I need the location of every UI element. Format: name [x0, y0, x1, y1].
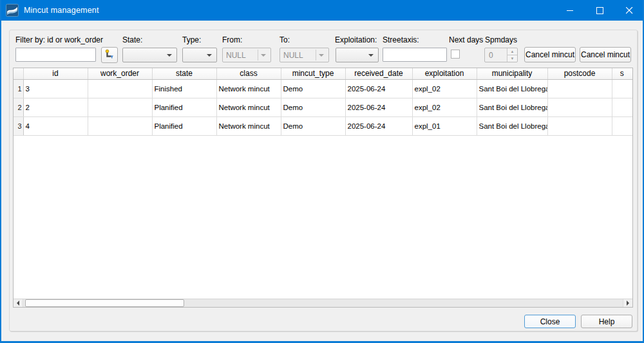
- spmdays-value: 0: [485, 48, 507, 62]
- next-days-checkbox[interactable]: [451, 50, 460, 59]
- row-header[interactable]: 1: [14, 79, 23, 98]
- col-header-id[interactable]: id: [23, 68, 88, 79]
- col-header-clipped[interactable]: s: [612, 68, 632, 79]
- streetaxis-input[interactable]: [383, 48, 447, 62]
- mincut-table-grid: id work_order state class mincut_type re…: [14, 68, 632, 136]
- minimize-button[interactable]: [555, 0, 585, 21]
- chevron-down-icon: [261, 54, 266, 57]
- exploitation-combobox[interactable]: [336, 48, 379, 62]
- select-on-map-button[interactable]: [101, 47, 118, 63]
- row-header[interactable]: 3: [14, 116, 23, 135]
- filter-by-label: Filter by: id or work_order: [15, 35, 103, 45]
- to-date-combobox: NULL: [279, 48, 329, 62]
- exploitation-label: Exploitation:: [335, 35, 377, 45]
- chevron-down-icon: [319, 54, 324, 57]
- select-mincut-on-map-icon: [104, 49, 115, 61]
- chevron-down-icon: [207, 54, 212, 57]
- from-date-combobox: NULL: [222, 48, 271, 62]
- cancel-mincut-button[interactable]: Cancel mincut: [524, 47, 576, 62]
- close-button[interactable]: [614, 0, 644, 21]
- table-row[interactable]: 3 4 Planified Network mincut Demo 2025-0…: [14, 116, 632, 135]
- col-header-state[interactable]: state: [152, 68, 216, 79]
- state-label: State:: [122, 35, 142, 45]
- col-header-class[interactable]: class: [216, 68, 281, 79]
- spin-down-icon: ▼: [507, 55, 517, 62]
- corner-header[interactable]: [14, 68, 23, 79]
- type-combobox[interactable]: [182, 48, 217, 62]
- arrow-right-icon: [627, 301, 629, 306]
- spmdays-label: Spmdays: [485, 35, 517, 45]
- type-label: Type:: [182, 35, 201, 45]
- col-header-municipality[interactable]: municipality: [477, 68, 547, 79]
- arrow-left-icon: [17, 301, 19, 306]
- chevron-down-icon: [167, 54, 172, 57]
- col-header-mincut-type[interactable]: mincut_type: [281, 68, 345, 79]
- col-header-exploitation[interactable]: exploitation: [412, 68, 477, 79]
- maximize-button[interactable]: [585, 0, 614, 21]
- cancel-mincut-button-2[interactable]: Cancel mincut: [580, 47, 631, 62]
- table-row[interactable]: 1 3 Finished Network mincut Demo 2025-06…: [14, 79, 632, 98]
- row-header[interactable]: 2: [14, 98, 23, 116]
- col-header-received-date[interactable]: received_date: [345, 68, 412, 79]
- scrollbar-thumb[interactable]: [25, 299, 184, 307]
- window-title: Mincut management: [24, 6, 99, 15]
- state-combobox[interactable]: [122, 48, 177, 62]
- app-icon: [6, 4, 19, 17]
- scroll-right-button[interactable]: [623, 299, 632, 307]
- col-header-postcode[interactable]: postcode: [547, 68, 612, 79]
- streetaxis-label: Streetaxis:: [383, 35, 419, 45]
- filter-by-input[interactable]: [15, 48, 96, 62]
- to-label: To:: [279, 35, 290, 45]
- spin-up-icon: ▲: [507, 48, 517, 55]
- mincut-table: id work_order state class mincut_type re…: [13, 68, 633, 308]
- mincut-management-dialog: Mincut management Filter by: id or work_…: [0, 0, 644, 343]
- scroll-left-button[interactable]: [14, 299, 23, 307]
- close-dialog-button[interactable]: Close: [524, 315, 576, 328]
- from-label: From:: [222, 35, 242, 45]
- next-days-label: Next days: [449, 35, 483, 45]
- col-header-work-order[interactable]: work_order: [88, 68, 152, 79]
- table-header-row: id work_order state class mincut_type re…: [14, 68, 632, 79]
- spmdays-spinbox: 0 ▲ ▼: [484, 48, 518, 62]
- titlebar: Mincut management: [0, 0, 644, 21]
- help-button[interactable]: Help: [581, 315, 632, 328]
- horizontal-scrollbar[interactable]: [14, 299, 632, 307]
- table-row[interactable]: 2 2 Planified Network mincut Demo 2025-0…: [14, 98, 632, 116]
- chevron-down-icon: [368, 54, 374, 57]
